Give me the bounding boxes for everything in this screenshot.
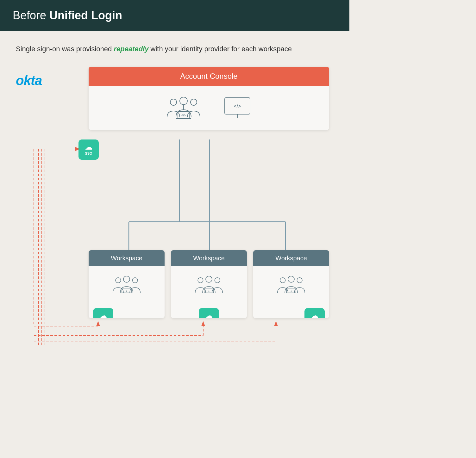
svg-point-3 [191,99,197,105]
cloud-icon-ws1: ☁ [100,313,107,318]
svg-point-17 [198,278,203,283]
sso-label-top: SSO [85,152,92,155]
cloud-icon-top: ☁ [85,144,92,151]
account-console-label: Account Console [180,72,237,80]
svg-point-15 [126,291,127,292]
workspace-header-2: Workspace [171,250,247,266]
svg-point-2 [170,99,177,105]
svg-text:</>: </> [234,103,241,109]
subtitle-after: with your identity provider for each wor… [148,45,291,53]
svg-point-0 [180,97,187,105]
page-header: Before Unified Login [0,0,349,31]
svg-point-21 [288,276,294,282]
svg-point-12 [116,278,121,283]
subtitle-text: Single sign-on was provisioned repeatedl… [16,44,334,54]
cloud-icon-ws3: ☁ [311,313,318,318]
sso-badge-ws2: ☁ SSO [199,308,219,318]
workspace-header-1: Workspace [89,250,165,266]
diagram: okta Account Console [16,67,334,399]
svg-point-22 [280,278,285,283]
workspace-team-icon-3 [275,274,307,296]
workspace-header-3: Workspace [253,250,329,266]
svg-point-13 [132,278,138,283]
workspace-label-3: Workspace [275,255,307,262]
svg-point-25 [291,291,291,292]
workspaces-container: Workspace ☁ [89,250,329,318]
monitor-icon: </> [222,95,253,121]
svg-point-20 [208,291,209,292]
workspace-label-2: Workspace [193,255,225,262]
subtitle-highlight: repeatedly [114,45,148,53]
cloud-icon-ws2: ☁ [205,313,212,318]
sso-badge-ws1: ☁ SSO [93,308,113,318]
workspace-box-2: Workspace ☁ [171,250,247,318]
svg-text:</>: </> [181,114,186,117]
sso-badge-top: ☁ SSO [78,139,99,160]
svg-point-18 [215,278,220,283]
sso-badge-ws3: ☁ SSO [304,308,325,318]
account-console-body: </> </> [89,86,329,130]
workspace-box-3: Workspace ☁ [253,250,329,318]
svg-point-23 [297,278,302,283]
workspace-label-1: Workspace [111,255,142,262]
workspace-box-1: Workspace ☁ [89,250,165,318]
title-bold: Unified Login [49,9,122,22]
workspace-team-icon-1 [111,274,142,296]
svg-point-16 [206,276,212,282]
okta-logo: okta [16,73,42,88]
title-before: Before [13,9,49,22]
account-console-box: Account Console [89,67,329,130]
team-icon: </> [165,95,203,121]
account-console-header: Account Console [89,67,329,86]
workspace-team-icon-2 [193,274,225,296]
page-title: Before Unified Login [13,9,337,22]
content-area: Single sign-on was provisioned repeatedl… [0,31,349,412]
svg-point-11 [123,276,130,282]
subtitle-before: Single sign-on was provisioned [16,45,114,53]
